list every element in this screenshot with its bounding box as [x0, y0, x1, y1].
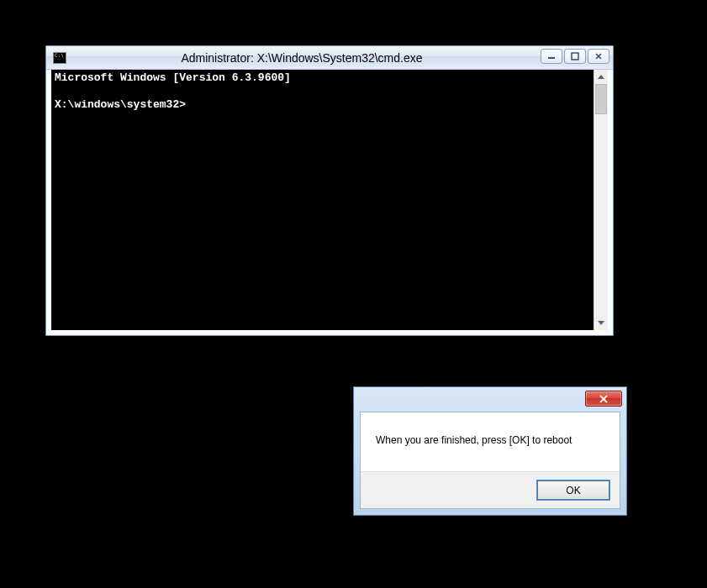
cmd-icon	[53, 52, 66, 64]
dialog-message: When you are finished, press [OK] to reb…	[361, 412, 620, 471]
cmd-prompt: X:\windows\system32>	[55, 98, 186, 111]
dialog-body: When you are finished, press [OK] to reb…	[360, 412, 620, 509]
scroll-up-button[interactable]	[594, 70, 608, 84]
scroll-down-button[interactable]	[594, 316, 608, 330]
dialog-close-button[interactable]	[585, 391, 622, 407]
window-controls	[541, 49, 609, 64]
dialog-titlebar[interactable]	[360, 393, 620, 412]
cmd-scrollbar[interactable]	[594, 70, 608, 330]
chevron-up-icon	[598, 75, 604, 79]
svg-rect-0	[548, 57, 555, 59]
dialog-button-row: OK	[361, 471, 620, 508]
cmd-version-line: Microsoft Windows [Version 6.3.9600]	[55, 71, 291, 84]
cmd-client-area: Microsoft Windows [Version 6.3.9600] X:\…	[51, 70, 608, 330]
maximize-button[interactable]	[564, 49, 586, 64]
svg-rect-1	[572, 53, 578, 60]
cmd-terminal[interactable]: Microsoft Windows [Version 6.3.9600] X:\…	[51, 70, 594, 330]
cmd-title: Administrator: X:\Windows\System32\cmd.e…	[66, 51, 613, 65]
cmd-window: Administrator: X:\Windows\System32\cmd.e…	[45, 45, 614, 336]
minimize-icon	[547, 52, 556, 60]
close-icon	[594, 52, 603, 60]
maximize-icon	[571, 52, 579, 60]
cmd-titlebar[interactable]: Administrator: X:\Windows\System32\cmd.e…	[46, 46, 613, 70]
scroll-thumb[interactable]	[595, 84, 607, 114]
minimize-button[interactable]	[541, 49, 562, 64]
close-button[interactable]	[588, 49, 609, 64]
close-icon	[599, 395, 609, 403]
reboot-dialog: When you are finished, press [OK] to reb…	[353, 386, 627, 516]
ok-button[interactable]: OK	[537, 480, 609, 500]
chevron-down-icon	[598, 321, 604, 325]
